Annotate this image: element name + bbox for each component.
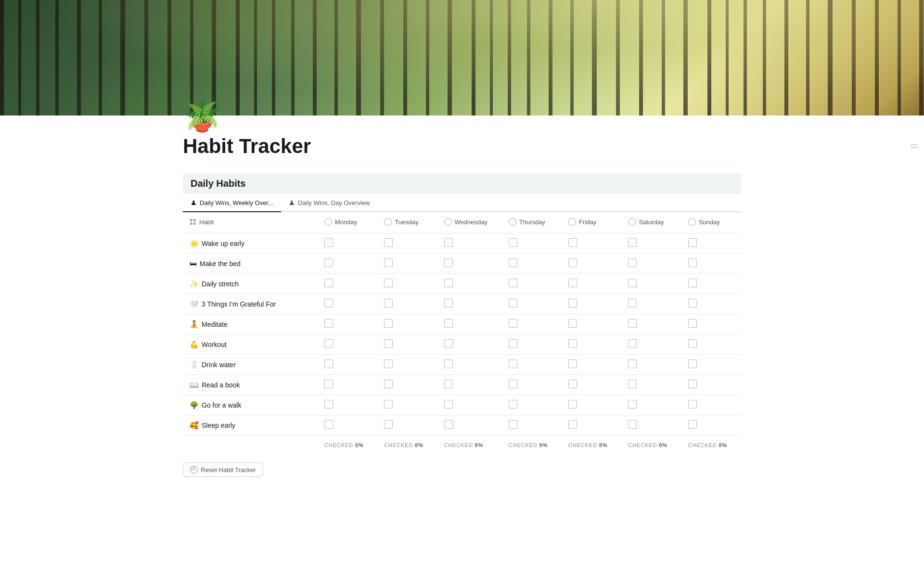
habit-checkbox-make-the-bed-wednesday[interactable] — [437, 254, 502, 274]
habit-checkbox-meditate-thursday[interactable] — [502, 314, 562, 334]
habit-checkbox-daily-stretch-sunday[interactable] — [681, 274, 741, 294]
checkbox-wake-up-early-friday[interactable] — [568, 238, 577, 247]
habit-checkbox-wake-up-early-monday[interactable] — [318, 233, 377, 254]
habit-checkbox-make-the-bed-monday[interactable] — [318, 254, 377, 274]
checkbox-sleep-early-tuesday[interactable] — [384, 420, 393, 429]
habit-checkbox-meditate-wednesday[interactable] — [437, 314, 502, 334]
checkbox-3-things-grateful-monday[interactable] — [324, 299, 333, 308]
habit-checkbox-meditate-tuesday[interactable] — [377, 314, 437, 334]
habit-checkbox-workout-wednesday[interactable] — [437, 334, 502, 355]
checkbox-3-things-grateful-friday[interactable] — [568, 299, 577, 308]
habit-checkbox-3-things-grateful-tuesday[interactable] — [377, 294, 437, 314]
habit-checkbox-make-the-bed-sunday[interactable] — [681, 254, 741, 274]
habit-checkbox-daily-stretch-wednesday[interactable] — [437, 274, 502, 294]
checkbox-drink-water-wednesday[interactable] — [444, 359, 453, 368]
checkbox-meditate-tuesday[interactable] — [384, 319, 393, 328]
habit-checkbox-daily-stretch-monday[interactable] — [318, 274, 377, 294]
checkbox-wake-up-early-saturday[interactable] — [628, 238, 637, 247]
tab-weekly[interactable]: ♟ Daily Wins, Weekly Over... — [183, 194, 281, 212]
checkbox-meditate-saturday[interactable] — [628, 319, 637, 328]
habit-checkbox-read-a-book-monday[interactable] — [318, 375, 377, 395]
checkbox-sleep-early-monday[interactable] — [324, 420, 333, 429]
habit-checkbox-daily-stretch-tuesday[interactable] — [377, 274, 437, 294]
checkbox-go-for-a-walk-thursday[interactable] — [509, 400, 517, 409]
habit-checkbox-make-the-bed-friday[interactable] — [562, 254, 621, 274]
habit-checkbox-read-a-book-tuesday[interactable] — [377, 375, 437, 395]
checkbox-meditate-sunday[interactable] — [688, 319, 697, 328]
checkbox-read-a-book-wednesday[interactable] — [444, 380, 453, 388]
checkbox-3-things-grateful-tuesday[interactable] — [384, 299, 393, 308]
checkbox-make-the-bed-wednesday[interactable] — [444, 258, 453, 267]
checkbox-sleep-early-sunday[interactable] — [688, 420, 697, 429]
habit-checkbox-workout-thursday[interactable] — [502, 334, 562, 355]
habit-checkbox-3-things-grateful-sunday[interactable] — [681, 294, 741, 314]
checkbox-read-a-book-sunday[interactable] — [688, 380, 697, 388]
checkbox-meditate-monday[interactable] — [324, 319, 333, 328]
habit-checkbox-workout-friday[interactable] — [562, 334, 621, 355]
habit-checkbox-daily-stretch-saturday[interactable] — [621, 274, 681, 294]
habit-checkbox-3-things-grateful-friday[interactable] — [562, 294, 621, 314]
habit-checkbox-wake-up-early-sunday[interactable] — [681, 233, 741, 254]
habit-checkbox-wake-up-early-friday[interactable] — [562, 233, 621, 254]
checkbox-read-a-book-monday[interactable] — [324, 380, 333, 388]
checkbox-workout-sunday[interactable] — [688, 339, 697, 348]
checkbox-sleep-early-saturday[interactable] — [628, 420, 637, 429]
habit-checkbox-sleep-early-sunday[interactable] — [681, 415, 741, 436]
habit-checkbox-read-a-book-thursday[interactable] — [502, 375, 562, 395]
checkbox-go-for-a-walk-friday[interactable] — [568, 400, 577, 409]
habit-checkbox-go-for-a-walk-thursday[interactable] — [502, 395, 562, 415]
habit-checkbox-3-things-grateful-wednesday[interactable] — [437, 294, 502, 314]
habit-checkbox-daily-stretch-thursday[interactable] — [502, 274, 562, 294]
checkbox-workout-friday[interactable] — [568, 339, 577, 348]
checkbox-make-the-bed-monday[interactable] — [324, 258, 333, 267]
checkbox-make-the-bed-thursday[interactable] — [509, 258, 517, 267]
checkbox-wake-up-early-monday[interactable] — [324, 238, 333, 247]
checkbox-drink-water-friday[interactable] — [568, 359, 577, 368]
checkbox-daily-stretch-friday[interactable] — [568, 279, 577, 287]
checkbox-drink-water-sunday[interactable] — [688, 359, 697, 368]
checkbox-3-things-grateful-thursday[interactable] — [509, 299, 517, 308]
habit-checkbox-drink-water-saturday[interactable] — [621, 355, 681, 375]
habit-checkbox-wake-up-early-saturday[interactable] — [621, 233, 681, 254]
habit-checkbox-sleep-early-tuesday[interactable] — [377, 415, 437, 436]
checkbox-drink-water-saturday[interactable] — [628, 359, 637, 368]
habit-checkbox-drink-water-sunday[interactable] — [681, 355, 741, 375]
checkbox-go-for-a-walk-sunday[interactable] — [688, 400, 697, 409]
habit-checkbox-make-the-bed-tuesday[interactable] — [377, 254, 437, 274]
habit-checkbox-go-for-a-walk-sunday[interactable] — [681, 395, 741, 415]
checkbox-3-things-grateful-sunday[interactable] — [688, 299, 697, 308]
checkbox-sleep-early-wednesday[interactable] — [444, 420, 453, 429]
habit-checkbox-make-the-bed-saturday[interactable] — [621, 254, 681, 274]
habit-checkbox-3-things-grateful-saturday[interactable] — [621, 294, 681, 314]
checkbox-3-things-grateful-wednesday[interactable] — [444, 299, 453, 308]
checkbox-workout-monday[interactable] — [324, 339, 333, 348]
checkbox-wake-up-early-wednesday[interactable] — [444, 238, 453, 247]
habit-checkbox-wake-up-early-wednesday[interactable] — [437, 233, 502, 254]
tab-day[interactable]: ♟ Daily Wins, Day Overview — [281, 194, 378, 212]
checkbox-make-the-bed-friday[interactable] — [568, 258, 577, 267]
habit-checkbox-go-for-a-walk-monday[interactable] — [318, 395, 377, 415]
habit-checkbox-go-for-a-walk-friday[interactable] — [562, 395, 621, 415]
habit-checkbox-sleep-early-wednesday[interactable] — [437, 415, 502, 436]
checkbox-daily-stretch-thursday[interactable] — [509, 279, 517, 287]
checkbox-go-for-a-walk-tuesday[interactable] — [384, 400, 393, 409]
habit-checkbox-go-for-a-walk-saturday[interactable] — [621, 395, 681, 415]
checkbox-wake-up-early-tuesday[interactable] — [384, 238, 393, 247]
checkbox-sleep-early-thursday[interactable] — [509, 420, 517, 429]
checkbox-meditate-wednesday[interactable] — [444, 319, 453, 328]
checkbox-meditate-friday[interactable] — [568, 319, 577, 328]
habit-checkbox-3-things-grateful-thursday[interactable] — [502, 294, 562, 314]
habit-checkbox-drink-water-tuesday[interactable] — [377, 355, 437, 375]
habit-checkbox-meditate-friday[interactable] — [562, 314, 621, 334]
checkbox-wake-up-early-thursday[interactable] — [509, 238, 517, 247]
habit-checkbox-3-things-grateful-monday[interactable] — [318, 294, 377, 314]
checkbox-sleep-early-friday[interactable] — [568, 420, 577, 429]
habit-checkbox-read-a-book-wednesday[interactable] — [437, 375, 502, 395]
checkbox-read-a-book-tuesday[interactable] — [384, 380, 393, 388]
scrollbar[interactable] — [911, 144, 917, 148]
checkbox-meditate-thursday[interactable] — [509, 319, 517, 328]
checkbox-read-a-book-thursday[interactable] — [509, 380, 517, 388]
checkbox-drink-water-thursday[interactable] — [509, 359, 517, 368]
habit-checkbox-meditate-monday[interactable] — [318, 314, 377, 334]
checkbox-make-the-bed-sunday[interactable] — [688, 258, 697, 267]
